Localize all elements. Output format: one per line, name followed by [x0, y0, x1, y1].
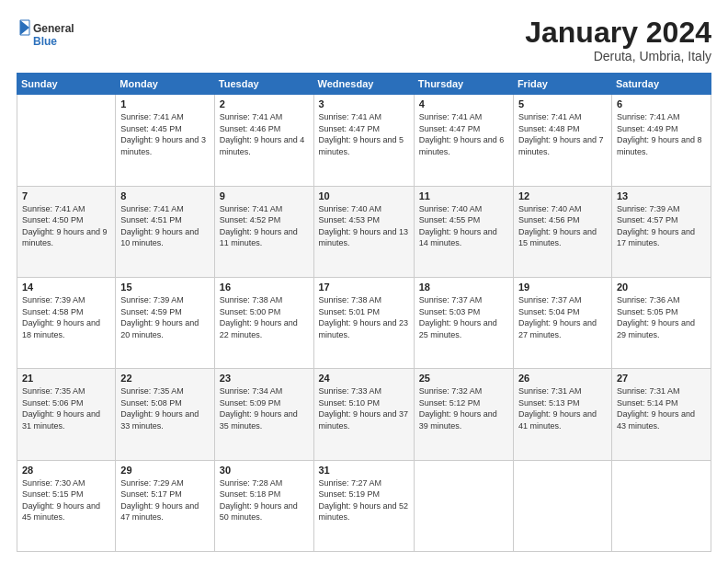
cell-date: 28: [22, 465, 110, 476]
cell-sunrise: Sunrise: 7:35 AM: [120, 385, 209, 397]
cell-sunrise: Sunrise: 7:33 AM: [319, 385, 409, 397]
cell-sunset: Sunset: 4:53 PM: [319, 214, 409, 226]
table-cell: 17 Sunrise: 7:38 AM Sunset: 5:01 PM Dayl…: [313, 277, 414, 368]
cell-date: 21: [22, 373, 110, 384]
cell-daylight: Daylight: 9 hours and 13 minutes.: [319, 226, 409, 249]
cell-daylight: Daylight: 9 hours and 33 minutes.: [120, 408, 209, 431]
cell-date: 5: [518, 98, 607, 109]
cell-info: Sunrise: 7:41 AM Sunset: 4:47 PM Dayligh…: [419, 111, 508, 157]
cell-info: Sunrise: 7:38 AM Sunset: 5:00 PM Dayligh…: [220, 294, 309, 340]
cell-sunrise: Sunrise: 7:37 AM: [518, 294, 607, 306]
cell-sunrise: Sunrise: 7:31 AM: [617, 385, 706, 397]
calendar-table: Sunday Monday Tuesday Wednesday Thursday…: [17, 73, 711, 552]
table-cell: 23 Sunrise: 7:34 AM Sunset: 5:09 PM Dayl…: [214, 369, 313, 460]
cell-info: Sunrise: 7:40 AM Sunset: 4:56 PM Dayligh…: [518, 203, 607, 249]
cell-sunset: Sunset: 5:17 PM: [120, 488, 209, 500]
cell-sunrise: Sunrise: 7:30 AM: [22, 477, 110, 489]
cell-sunrise: Sunrise: 7:40 AM: [419, 203, 508, 215]
cell-date: 24: [319, 373, 409, 384]
cell-date: 19: [518, 282, 607, 293]
cell-daylight: Daylight: 9 hours and 52 minutes.: [319, 500, 409, 523]
cell-sunrise: Sunrise: 7:41 AM: [220, 111, 309, 123]
cell-date: 9: [220, 190, 309, 201]
table-cell: 3 Sunrise: 7:41 AM Sunset: 4:47 PM Dayli…: [313, 95, 414, 186]
cell-daylight: Daylight: 9 hours and 23 minutes.: [319, 317, 409, 340]
cell-date: 2: [220, 98, 309, 109]
cell-sunset: Sunset: 4:52 PM: [220, 214, 309, 226]
cell-info: Sunrise: 7:41 AM Sunset: 4:52 PM Dayligh…: [220, 203, 309, 249]
cell-date: 20: [617, 282, 706, 293]
cell-info: Sunrise: 7:30 AM Sunset: 5:15 PM Dayligh…: [22, 477, 110, 523]
cell-sunrise: Sunrise: 7:40 AM: [319, 203, 409, 215]
table-cell: 22 Sunrise: 7:35 AM Sunset: 5:08 PM Dayl…: [116, 369, 214, 460]
cell-date: 22: [120, 373, 209, 384]
table-cell: 24 Sunrise: 7:33 AM Sunset: 5:10 PM Dayl…: [313, 369, 414, 460]
cell-date: 31: [319, 465, 409, 476]
location: Deruta, Umbria, Italy: [525, 49, 711, 63]
cell-sunset: Sunset: 4:48 PM: [518, 123, 607, 135]
cell-daylight: Daylight: 9 hours and 25 minutes.: [419, 317, 508, 340]
table-cell: 26 Sunrise: 7:31 AM Sunset: 5:13 PM Dayl…: [513, 369, 611, 460]
cell-sunrise: Sunrise: 7:34 AM: [220, 385, 309, 397]
cell-daylight: Daylight: 9 hours and 10 minutes.: [120, 226, 209, 249]
cell-info: Sunrise: 7:29 AM Sunset: 5:17 PM Dayligh…: [120, 477, 209, 523]
cell-sunrise: Sunrise: 7:32 AM: [419, 385, 508, 397]
cell-daylight: Daylight: 9 hours and 41 minutes.: [518, 408, 607, 431]
table-cell: 11 Sunrise: 7:40 AM Sunset: 4:55 PM Dayl…: [414, 186, 513, 277]
table-cell: [513, 460, 611, 551]
cell-sunrise: Sunrise: 7:40 AM: [518, 203, 607, 215]
week-row-5: 28 Sunrise: 7:30 AM Sunset: 5:15 PM Dayl…: [17, 460, 711, 551]
table-cell: [17, 95, 116, 186]
cell-date: 11: [419, 190, 508, 201]
cell-info: Sunrise: 7:40 AM Sunset: 4:55 PM Dayligh…: [419, 203, 508, 249]
cell-daylight: Daylight: 9 hours and 17 minutes.: [617, 226, 706, 249]
cell-daylight: Daylight: 9 hours and 3 minutes.: [120, 134, 209, 157]
table-cell: 16 Sunrise: 7:38 AM Sunset: 5:00 PM Dayl…: [214, 277, 313, 368]
header-tuesday: Tuesday: [214, 74, 313, 95]
header-saturday: Saturday: [611, 74, 711, 95]
cell-sunrise: Sunrise: 7:31 AM: [518, 385, 607, 397]
cell-daylight: Daylight: 9 hours and 14 minutes.: [419, 226, 508, 249]
cell-sunrise: Sunrise: 7:39 AM: [617, 203, 706, 215]
cell-daylight: Daylight: 9 hours and 18 minutes.: [22, 317, 110, 340]
cell-info: Sunrise: 7:31 AM Sunset: 5:13 PM Dayligh…: [518, 385, 607, 431]
cell-info: Sunrise: 7:35 AM Sunset: 5:08 PM Dayligh…: [120, 385, 209, 431]
cell-sunrise: Sunrise: 7:37 AM: [419, 294, 508, 306]
cell-info: Sunrise: 7:31 AM Sunset: 5:14 PM Dayligh…: [617, 385, 706, 431]
cell-daylight: Daylight: 9 hours and 4 minutes.: [220, 134, 309, 157]
cell-date: 8: [120, 190, 209, 201]
cell-info: Sunrise: 7:39 AM Sunset: 4:57 PM Dayligh…: [617, 203, 706, 249]
cell-sunrise: Sunrise: 7:29 AM: [120, 477, 209, 489]
cell-sunrise: Sunrise: 7:38 AM: [319, 294, 409, 306]
cell-sunset: Sunset: 5:01 PM: [319, 306, 409, 318]
table-cell: 19 Sunrise: 7:37 AM Sunset: 5:04 PM Dayl…: [513, 277, 611, 368]
title-block: January 2024 Deruta, Umbria, Italy: [525, 17, 711, 63]
header-thursday: Thursday: [414, 74, 513, 95]
table-cell: 8 Sunrise: 7:41 AM Sunset: 4:51 PM Dayli…: [116, 186, 214, 277]
cell-sunset: Sunset: 4:46 PM: [220, 123, 309, 135]
cell-sunrise: Sunrise: 7:36 AM: [617, 294, 706, 306]
table-cell: 10 Sunrise: 7:40 AM Sunset: 4:53 PM Dayl…: [313, 186, 414, 277]
cell-sunset: Sunset: 4:50 PM: [22, 214, 110, 226]
table-cell: 7 Sunrise: 7:41 AM Sunset: 4:50 PM Dayli…: [17, 186, 116, 277]
cell-sunrise: Sunrise: 7:41 AM: [120, 203, 209, 215]
cell-daylight: Daylight: 9 hours and 8 minutes.: [617, 134, 706, 157]
cell-date: 14: [22, 282, 110, 293]
cell-sunrise: Sunrise: 7:41 AM: [22, 203, 110, 215]
cell-daylight: Daylight: 9 hours and 35 minutes.: [220, 408, 309, 431]
cell-sunset: Sunset: 5:05 PM: [617, 306, 706, 318]
header-wednesday: Wednesday: [313, 74, 414, 95]
cell-daylight: Daylight: 9 hours and 50 minutes.: [220, 500, 309, 523]
cell-info: Sunrise: 7:41 AM Sunset: 4:48 PM Dayligh…: [518, 111, 607, 157]
header-monday: Monday: [116, 74, 214, 95]
cell-sunrise: Sunrise: 7:41 AM: [220, 203, 309, 215]
table-cell: 31 Sunrise: 7:27 AM Sunset: 5:19 PM Dayl…: [313, 460, 414, 551]
table-cell: 9 Sunrise: 7:41 AM Sunset: 4:52 PM Dayli…: [214, 186, 313, 277]
weekday-header-row: Sunday Monday Tuesday Wednesday Thursday…: [17, 74, 711, 95]
cell-date: 17: [319, 282, 409, 293]
cell-date: 30: [220, 465, 309, 476]
cell-sunset: Sunset: 4:55 PM: [419, 214, 508, 226]
table-cell: 5 Sunrise: 7:41 AM Sunset: 4:48 PM Dayli…: [513, 95, 611, 186]
cell-info: Sunrise: 7:36 AM Sunset: 5:05 PM Dayligh…: [617, 294, 706, 340]
cell-sunset: Sunset: 5:03 PM: [419, 306, 508, 318]
